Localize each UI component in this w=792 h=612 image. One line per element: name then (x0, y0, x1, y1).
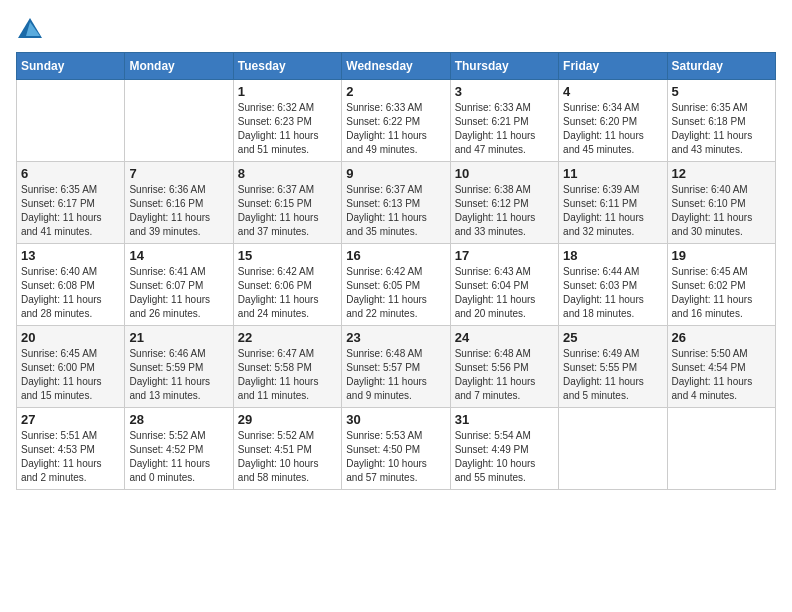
day-detail: Sunrise: 5:52 AM Sunset: 4:52 PM Dayligh… (129, 429, 228, 485)
week-row-4: 20Sunrise: 6:45 AM Sunset: 6:00 PM Dayli… (17, 326, 776, 408)
day-cell (667, 408, 775, 490)
day-detail: Sunrise: 5:54 AM Sunset: 4:49 PM Dayligh… (455, 429, 554, 485)
day-number: 5 (672, 84, 771, 99)
day-detail: Sunrise: 5:52 AM Sunset: 4:51 PM Dayligh… (238, 429, 337, 485)
day-cell: 26Sunrise: 5:50 AM Sunset: 4:54 PM Dayli… (667, 326, 775, 408)
header-cell-saturday: Saturday (667, 53, 775, 80)
day-cell: 1Sunrise: 6:32 AM Sunset: 6:23 PM Daylig… (233, 80, 341, 162)
day-detail: Sunrise: 6:35 AM Sunset: 6:18 PM Dayligh… (672, 101, 771, 157)
day-cell: 17Sunrise: 6:43 AM Sunset: 6:04 PM Dayli… (450, 244, 558, 326)
day-cell: 13Sunrise: 6:40 AM Sunset: 6:08 PM Dayli… (17, 244, 125, 326)
day-detail: Sunrise: 6:38 AM Sunset: 6:12 PM Dayligh… (455, 183, 554, 239)
day-detail: Sunrise: 5:50 AM Sunset: 4:54 PM Dayligh… (672, 347, 771, 403)
day-detail: Sunrise: 6:32 AM Sunset: 6:23 PM Dayligh… (238, 101, 337, 157)
day-detail: Sunrise: 6:33 AM Sunset: 6:21 PM Dayligh… (455, 101, 554, 157)
day-cell: 25Sunrise: 6:49 AM Sunset: 5:55 PM Dayli… (559, 326, 667, 408)
day-detail: Sunrise: 6:42 AM Sunset: 6:05 PM Dayligh… (346, 265, 445, 321)
day-number: 15 (238, 248, 337, 263)
calendar-header: SundayMondayTuesdayWednesdayThursdayFrid… (17, 53, 776, 80)
day-cell: 3Sunrise: 6:33 AM Sunset: 6:21 PM Daylig… (450, 80, 558, 162)
day-cell: 24Sunrise: 6:48 AM Sunset: 5:56 PM Dayli… (450, 326, 558, 408)
day-number: 9 (346, 166, 445, 181)
day-number: 28 (129, 412, 228, 427)
day-cell: 10Sunrise: 6:38 AM Sunset: 6:12 PM Dayli… (450, 162, 558, 244)
day-detail: Sunrise: 6:44 AM Sunset: 6:03 PM Dayligh… (563, 265, 662, 321)
day-detail: Sunrise: 6:46 AM Sunset: 5:59 PM Dayligh… (129, 347, 228, 403)
day-cell: 16Sunrise: 6:42 AM Sunset: 6:05 PM Dayli… (342, 244, 450, 326)
day-detail: Sunrise: 6:37 AM Sunset: 6:15 PM Dayligh… (238, 183, 337, 239)
day-detail: Sunrise: 5:53 AM Sunset: 4:50 PM Dayligh… (346, 429, 445, 485)
header-row: SundayMondayTuesdayWednesdayThursdayFrid… (17, 53, 776, 80)
day-number: 3 (455, 84, 554, 99)
day-number: 23 (346, 330, 445, 345)
day-cell: 15Sunrise: 6:42 AM Sunset: 6:06 PM Dayli… (233, 244, 341, 326)
day-cell: 21Sunrise: 6:46 AM Sunset: 5:59 PM Dayli… (125, 326, 233, 408)
header-cell-monday: Monday (125, 53, 233, 80)
day-number: 20 (21, 330, 120, 345)
day-detail: Sunrise: 6:43 AM Sunset: 6:04 PM Dayligh… (455, 265, 554, 321)
calendar-body: 1Sunrise: 6:32 AM Sunset: 6:23 PM Daylig… (17, 80, 776, 490)
day-number: 26 (672, 330, 771, 345)
day-cell: 12Sunrise: 6:40 AM Sunset: 6:10 PM Dayli… (667, 162, 775, 244)
day-detail: Sunrise: 6:33 AM Sunset: 6:22 PM Dayligh… (346, 101, 445, 157)
header-cell-thursday: Thursday (450, 53, 558, 80)
logo-icon (16, 16, 44, 44)
day-cell: 7Sunrise: 6:36 AM Sunset: 6:16 PM Daylig… (125, 162, 233, 244)
day-number: 12 (672, 166, 771, 181)
header-cell-wednesday: Wednesday (342, 53, 450, 80)
calendar-table: SundayMondayTuesdayWednesdayThursdayFrid… (16, 52, 776, 490)
day-cell (559, 408, 667, 490)
day-cell: 29Sunrise: 5:52 AM Sunset: 4:51 PM Dayli… (233, 408, 341, 490)
day-cell: 11Sunrise: 6:39 AM Sunset: 6:11 PM Dayli… (559, 162, 667, 244)
day-number: 21 (129, 330, 228, 345)
day-detail: Sunrise: 6:42 AM Sunset: 6:06 PM Dayligh… (238, 265, 337, 321)
day-detail: Sunrise: 6:40 AM Sunset: 6:10 PM Dayligh… (672, 183, 771, 239)
day-detail: Sunrise: 6:35 AM Sunset: 6:17 PM Dayligh… (21, 183, 120, 239)
header-cell-friday: Friday (559, 53, 667, 80)
day-number: 22 (238, 330, 337, 345)
day-cell: 2Sunrise: 6:33 AM Sunset: 6:22 PM Daylig… (342, 80, 450, 162)
day-number: 17 (455, 248, 554, 263)
day-number: 24 (455, 330, 554, 345)
day-detail: Sunrise: 6:47 AM Sunset: 5:58 PM Dayligh… (238, 347, 337, 403)
day-number: 25 (563, 330, 662, 345)
day-cell: 22Sunrise: 6:47 AM Sunset: 5:58 PM Dayli… (233, 326, 341, 408)
day-detail: Sunrise: 6:49 AM Sunset: 5:55 PM Dayligh… (563, 347, 662, 403)
day-detail: Sunrise: 6:34 AM Sunset: 6:20 PM Dayligh… (563, 101, 662, 157)
day-cell: 19Sunrise: 6:45 AM Sunset: 6:02 PM Dayli… (667, 244, 775, 326)
day-cell: 4Sunrise: 6:34 AM Sunset: 6:20 PM Daylig… (559, 80, 667, 162)
day-number: 30 (346, 412, 445, 427)
day-detail: Sunrise: 6:41 AM Sunset: 6:07 PM Dayligh… (129, 265, 228, 321)
day-cell: 28Sunrise: 5:52 AM Sunset: 4:52 PM Dayli… (125, 408, 233, 490)
logo (16, 16, 48, 44)
day-number: 14 (129, 248, 228, 263)
day-number: 10 (455, 166, 554, 181)
day-detail: Sunrise: 6:36 AM Sunset: 6:16 PM Dayligh… (129, 183, 228, 239)
header-cell-sunday: Sunday (17, 53, 125, 80)
day-number: 27 (21, 412, 120, 427)
day-cell: 5Sunrise: 6:35 AM Sunset: 6:18 PM Daylig… (667, 80, 775, 162)
day-number: 7 (129, 166, 228, 181)
day-cell: 8Sunrise: 6:37 AM Sunset: 6:15 PM Daylig… (233, 162, 341, 244)
day-number: 16 (346, 248, 445, 263)
day-number: 11 (563, 166, 662, 181)
page-header (16, 16, 776, 44)
day-cell: 27Sunrise: 5:51 AM Sunset: 4:53 PM Dayli… (17, 408, 125, 490)
day-number: 19 (672, 248, 771, 263)
week-row-5: 27Sunrise: 5:51 AM Sunset: 4:53 PM Dayli… (17, 408, 776, 490)
day-cell: 31Sunrise: 5:54 AM Sunset: 4:49 PM Dayli… (450, 408, 558, 490)
header-cell-tuesday: Tuesday (233, 53, 341, 80)
day-cell (17, 80, 125, 162)
day-number: 1 (238, 84, 337, 99)
day-cell: 23Sunrise: 6:48 AM Sunset: 5:57 PM Dayli… (342, 326, 450, 408)
day-number: 29 (238, 412, 337, 427)
day-number: 8 (238, 166, 337, 181)
day-cell: 30Sunrise: 5:53 AM Sunset: 4:50 PM Dayli… (342, 408, 450, 490)
week-row-1: 1Sunrise: 6:32 AM Sunset: 6:23 PM Daylig… (17, 80, 776, 162)
day-cell: 18Sunrise: 6:44 AM Sunset: 6:03 PM Dayli… (559, 244, 667, 326)
day-detail: Sunrise: 6:40 AM Sunset: 6:08 PM Dayligh… (21, 265, 120, 321)
day-number: 6 (21, 166, 120, 181)
day-number: 18 (563, 248, 662, 263)
day-cell: 14Sunrise: 6:41 AM Sunset: 6:07 PM Dayli… (125, 244, 233, 326)
day-detail: Sunrise: 6:37 AM Sunset: 6:13 PM Dayligh… (346, 183, 445, 239)
